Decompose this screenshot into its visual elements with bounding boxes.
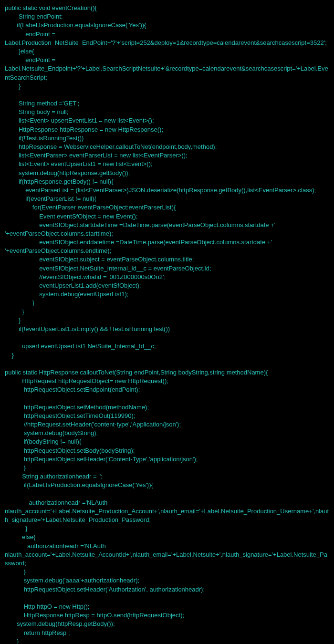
code-block: public static void eventCreation(){ Stri… — [5, 4, 329, 644]
